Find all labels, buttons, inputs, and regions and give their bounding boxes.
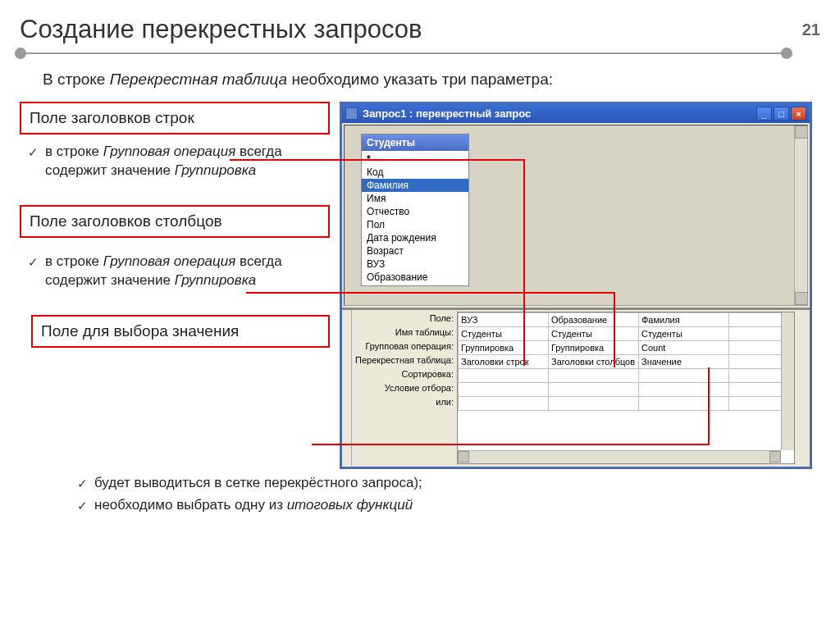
- query-canvas[interactable]: Студенты *КодФамилияИмяОтчествоПолДата р…: [344, 125, 808, 306]
- grid-cell[interactable]: [459, 397, 549, 411]
- bullet-rows: ✓ в строке Групповая операция всегда сод…: [28, 143, 330, 180]
- field-item[interactable]: ВУЗ: [362, 258, 468, 271]
- bullet-output: ✓ будет выводиться в сетке перекрёстного…: [77, 474, 820, 493]
- check-icon: ✓: [77, 476, 88, 493]
- grid-label: Групповая операция:: [352, 341, 457, 355]
- grid-label: или:: [352, 397, 457, 411]
- grid-cell[interactable]: Фамилия: [639, 313, 729, 327]
- design-grid[interactable]: ВУЗОбразованиеФамилияСтудентыСтудентыСту…: [457, 312, 795, 464]
- grid-label: Сортировка:: [352, 369, 457, 383]
- window-title: Запрос1 : перекрестный запрос: [363, 107, 756, 120]
- grid-label: Имя таблицы:: [352, 327, 457, 341]
- slide-title: Создание перекрестных запросов: [20, 15, 422, 44]
- check-icon: ✓: [28, 144, 39, 180]
- grid-label: Условие отбора:: [352, 383, 457, 397]
- grid-cell[interactable]: [459, 369, 549, 383]
- grid-cell[interactable]: [459, 383, 549, 397]
- divider: [20, 52, 788, 54]
- bullet-cols: ✓ в строке Групповая операция всегда сод…: [28, 253, 330, 290]
- connector-line: [246, 292, 615, 294]
- callout-cols: Поле заголовков столбцов: [20, 205, 330, 238]
- grid-cell[interactable]: Студенты: [549, 327, 639, 341]
- table-head: Студенты: [362, 134, 468, 151]
- grid-cell[interactable]: [549, 397, 639, 411]
- grid-cell[interactable]: Значение: [639, 355, 729, 369]
- grid-cell[interactable]: [639, 397, 729, 411]
- grid-cell[interactable]: Count: [639, 341, 729, 355]
- field-item[interactable]: Дата рождения: [362, 231, 468, 244]
- row-marker: [342, 310, 352, 466]
- grid-cell[interactable]: Студенты: [459, 327, 549, 341]
- minimize-button[interactable]: _: [756, 107, 772, 121]
- table-box[interactable]: Студенты *КодФамилияИмяОтчествоПолДата р…: [361, 134, 469, 286]
- callout-rows: Поле заголовков строк: [20, 102, 330, 134]
- grid-cell[interactable]: ВУЗ: [459, 313, 549, 327]
- field-item[interactable]: Возраст: [362, 244, 468, 258]
- connector-line: [312, 444, 710, 445]
- field-item[interactable]: Фамилия: [362, 179, 468, 192]
- grid-label: Перекрестная таблица:: [352, 355, 457, 369]
- intro-text: В строке Перекрестная таблица необходимо…: [43, 71, 820, 89]
- connector-line: [708, 367, 710, 445]
- grid-cell[interactable]: Образование: [549, 313, 639, 327]
- check-icon: ✓: [28, 254, 39, 290]
- connector-line: [230, 159, 525, 161]
- scroll-right-icon[interactable]: [769, 451, 781, 463]
- connector-line: [614, 292, 615, 367]
- field-item[interactable]: Отчество: [362, 205, 468, 218]
- grid-cell[interactable]: Заголовки столбцов: [549, 355, 639, 369]
- titlebar[interactable]: Запрос1 : перекрестный запрос _ □ ×: [342, 104, 810, 123]
- grid-cell[interactable]: Заголовки строк: [459, 355, 549, 369]
- check-icon: ✓: [77, 498, 88, 515]
- grid-labels: Поле:Имя таблицы:Групповая операция:Пере…: [352, 310, 457, 466]
- grid-cell[interactable]: [549, 369, 639, 383]
- grid-hscrollbar[interactable]: [458, 450, 781, 463]
- callout-value: Поле для выбора значения: [31, 315, 330, 348]
- connector-line: [523, 159, 525, 366]
- access-window: Запрос1 : перекрестный запрос _ □ × Студ…: [340, 102, 812, 469]
- grid-cell[interactable]: Группировка: [549, 341, 639, 355]
- vscrollbar[interactable]: [794, 125, 807, 305]
- app-icon: [345, 107, 358, 120]
- field-item[interactable]: Пол: [362, 218, 468, 231]
- grid-label: Поле:: [352, 313, 457, 327]
- grid-cell[interactable]: [639, 369, 729, 383]
- grid-cell[interactable]: [549, 383, 639, 397]
- maximize-button[interactable]: □: [774, 107, 789, 121]
- field-item[interactable]: Имя: [362, 192, 468, 205]
- field-item[interactable]: Образование: [362, 271, 468, 284]
- bullet-func: ✓ необходимо выбрать одну из итоговых фу…: [77, 496, 820, 515]
- scroll-left-icon[interactable]: [458, 451, 469, 463]
- field-item[interactable]: Код: [362, 166, 468, 179]
- close-button[interactable]: ×: [791, 107, 806, 121]
- grid-cell[interactable]: Студенты: [639, 327, 729, 341]
- page-number: 21: [802, 21, 820, 39]
- grid-cell[interactable]: Группировка: [459, 341, 549, 355]
- grid-cell[interactable]: [639, 383, 729, 397]
- grid-vscrollbar[interactable]: [781, 312, 794, 450]
